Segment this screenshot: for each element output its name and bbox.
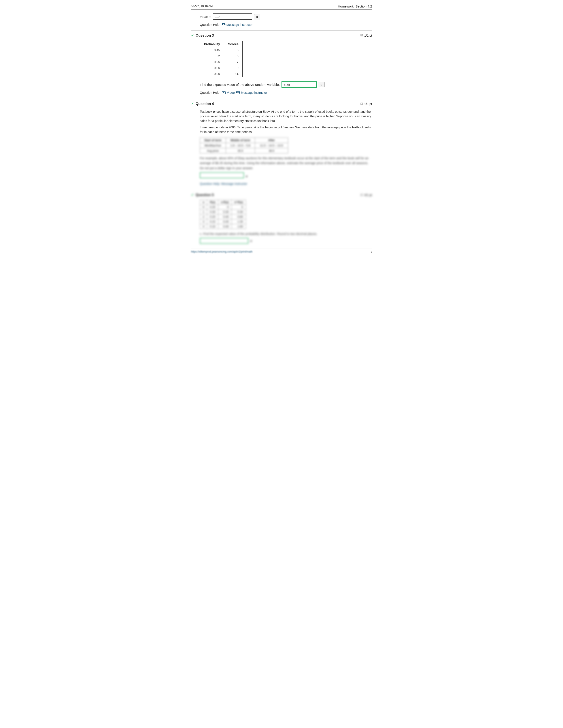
sigma-button[interactable]: σ: [254, 14, 260, 19]
question4-body: Textbook prices have a seasonal structur…: [200, 109, 372, 134]
table-cell: 1.35: [231, 219, 246, 224]
expected-sigma-button[interactable]: σ: [319, 82, 325, 87]
col-header-scores: Scores: [224, 41, 242, 47]
question5-table: x P(x) x·P(x) x²·P(x) 00.250010.300.300.…: [200, 200, 246, 229]
table-row: 30.150.451.35: [200, 219, 246, 224]
question4-points: ☑ 1/1 pt: [360, 102, 372, 106]
question5-answer-input[interactable]: [200, 238, 248, 244]
question3-header: ✓ Question 3 ☑ 1/1 pt: [191, 33, 372, 38]
table-cell: 4: [200, 224, 207, 229]
table-cell: 9: [224, 65, 242, 71]
table-row: 0.26: [200, 53, 242, 59]
table-row: Avg price 35.5 38.5: [200, 148, 288, 154]
table-cell: 5: [224, 47, 242, 53]
table-cell: 2: [200, 214, 207, 219]
question4-title: ✓ Question 4: [191, 102, 214, 106]
question4-block: ✓ Question 4 ☑ 1/1 pt Textbook prices ha…: [191, 99, 372, 186]
mail-icon: [222, 23, 225, 26]
q4-cell: 1.9 – 10.5 – 5.8: [226, 143, 255, 148]
q5-check-icon: ✓: [191, 193, 194, 197]
q4-cell: 35.5: [226, 148, 255, 154]
timestamp: 5/5/22, 10:16 AM: [191, 4, 212, 8]
table-row: 00.2500: [200, 205, 246, 210]
help-label: Question Help:: [200, 23, 220, 26]
q4-cell: 38.5: [255, 148, 288, 154]
question5-block: ✓ Question 5 ☑ 0/1 pt x P(x) x·P(x) x²·P…: [191, 190, 372, 244]
q5-col-px: P(x): [207, 200, 218, 205]
table-cell: 0.10: [207, 224, 218, 229]
table-cell: 6: [224, 53, 242, 59]
table-row: 40.100.401.60: [200, 224, 246, 229]
q5-sigma: σ: [250, 239, 252, 243]
question3-points-value: 1/1 pt: [364, 34, 372, 37]
footer-url[interactable]: https://xlitemprod.pearsoncmg.com/api/v1…: [191, 250, 252, 253]
table-cell: 0.25: [200, 59, 224, 65]
q4-cell: Avg price: [200, 148, 226, 154]
page-title: Homework: Section 4.2: [338, 4, 372, 8]
q5-col-x2px: x²·P(x): [231, 200, 246, 205]
table-cell: 0: [200, 205, 207, 210]
q4-check-icon: ✓: [191, 102, 194, 106]
q4-cell: Min/Max/Ave: [200, 143, 226, 148]
q4-cell: 11.5 – 14.5 – 13.5: [255, 143, 288, 148]
question4-header: ✓ Question 4 ☑ 1/1 pt: [191, 102, 372, 106]
mean-row: mean = σ: [200, 13, 372, 20]
q4-blurred-text: For example, about 45% of Ebay auctions …: [200, 156, 372, 171]
q4-help-label: Question Help:: [200, 182, 221, 186]
question3-label: Question 3: [195, 34, 214, 38]
q4-text1: Textbook prices have a seasonal structur…: [200, 109, 372, 123]
q4-data-table: Start of term Middle of term After Min/M…: [200, 137, 288, 154]
video-link-q3[interactable]: Video: [227, 91, 235, 94]
q4-col1: Start of term: [200, 138, 226, 143]
expected-value-input[interactable]: [282, 81, 317, 88]
mean-input[interactable]: [212, 13, 252, 20]
table-row: 0.455: [200, 47, 242, 53]
question3-title: ✓ Question 3: [191, 33, 214, 38]
question5-header: ✓ Question 5 ☑ 0/1 pt: [191, 193, 372, 197]
q4-text2: three time periods in 2006. Time period …: [200, 125, 372, 134]
table-cell: 0.05: [200, 71, 224, 77]
message-instructor-link-q3[interactable]: Message instructor: [241, 91, 267, 94]
col-header-probability: Probability: [200, 41, 224, 47]
table-cell: 1: [200, 210, 207, 214]
q4-answer-input[interactable]: [200, 172, 244, 178]
probability-table: Probability Scores 0.4550.260.2570.0590.…: [200, 41, 242, 77]
table-cell: 0.40: [218, 214, 231, 219]
question3-points: ☑ 1/1 pt: [360, 34, 372, 37]
table-cell: 0.30: [207, 210, 218, 214]
q4-message-instructor: Message instructor: [221, 182, 247, 186]
question4-label: Question 4: [195, 102, 214, 106]
question5-blurred: ✓ Question 5 ☑ 0/1 pt x P(x) x·P(x) x²·P…: [191, 193, 372, 244]
mail-icon-q3: [236, 91, 239, 94]
table-cell: 0: [218, 205, 231, 210]
table-cell: 3: [200, 219, 207, 224]
q5-points-icon: ☑: [360, 193, 363, 197]
table-cell: 0.45: [200, 47, 224, 53]
q4-sigma-btn: σ: [246, 174, 248, 178]
table-cell: 0.2: [200, 53, 224, 59]
mean-label: mean =: [200, 15, 211, 19]
table-cell: 0.45: [218, 219, 231, 224]
table-cell: 0.20: [207, 214, 218, 219]
table-cell: 0: [231, 205, 246, 210]
question5-label: Question 5: [195, 193, 214, 197]
question4-points-value: 1/1 pt: [364, 102, 372, 106]
table-cell: 0.25: [207, 205, 218, 210]
video-icon: [222, 91, 226, 94]
table-row: 0.0514: [200, 71, 242, 77]
question5-text: c. Find the expected value of the probab…: [200, 232, 372, 236]
table-row: 10.300.300.30: [200, 210, 246, 214]
correct-check-icon: ✓: [191, 33, 194, 38]
q4-col3: After: [255, 138, 288, 143]
table-cell: 0.30: [218, 210, 231, 214]
expected-value-label: Find the expected value of the above ran…: [200, 83, 280, 86]
help-label-q3: Question Help:: [200, 91, 220, 94]
table-row: Min/Max/Ave 1.9 – 10.5 – 5.8 11.5 – 14.5…: [200, 143, 288, 148]
question3-block: ✓ Question 3 ☑ 1/1 pt Probability Scores…: [191, 30, 372, 94]
message-instructor-link-q2[interactable]: Message instructor: [226, 23, 252, 26]
question5-input-row: σ: [200, 238, 372, 244]
table-row: 0.059: [200, 65, 242, 71]
page-number: 1: [371, 250, 372, 253]
question5-title: ✓ Question 5: [191, 193, 214, 197]
question5-points: ☑ 0/1 pt: [360, 193, 372, 197]
